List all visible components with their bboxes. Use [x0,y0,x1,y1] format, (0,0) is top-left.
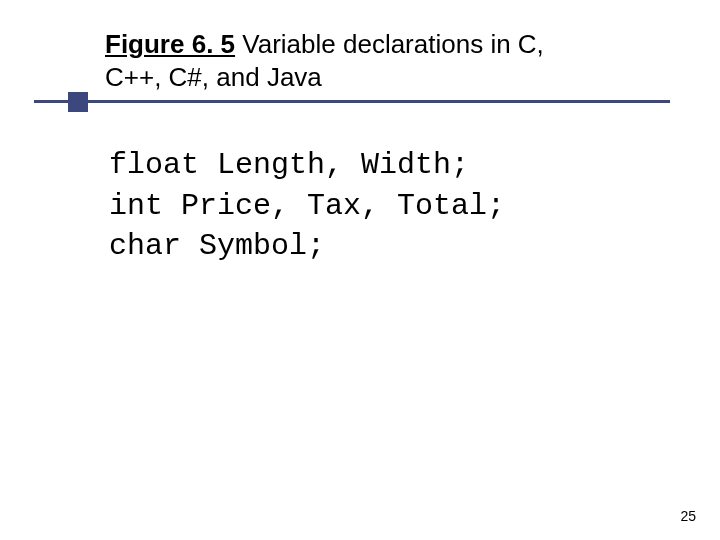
slide: Figure 6. 5 Variable declarations in C, … [0,0,720,540]
figure-label: Figure 6. 5 [105,29,235,59]
title-underline-bar [34,100,670,103]
code-example: float Length, Width; int Price, Tax, Tot… [109,145,505,267]
figure-title-line2: C++, C#, and Java [105,62,322,92]
accent-square-icon [68,92,88,112]
figure-title: Figure 6. 5 Variable declarations in C, … [105,28,665,93]
page-number: 25 [680,508,696,524]
code-line-2: int Price, Tax, Total; [109,189,505,223]
code-line-1: float Length, Width; [109,148,469,182]
code-line-3: char Symbol; [109,229,325,263]
figure-title-rest: Variable declarations in C, [235,29,544,59]
